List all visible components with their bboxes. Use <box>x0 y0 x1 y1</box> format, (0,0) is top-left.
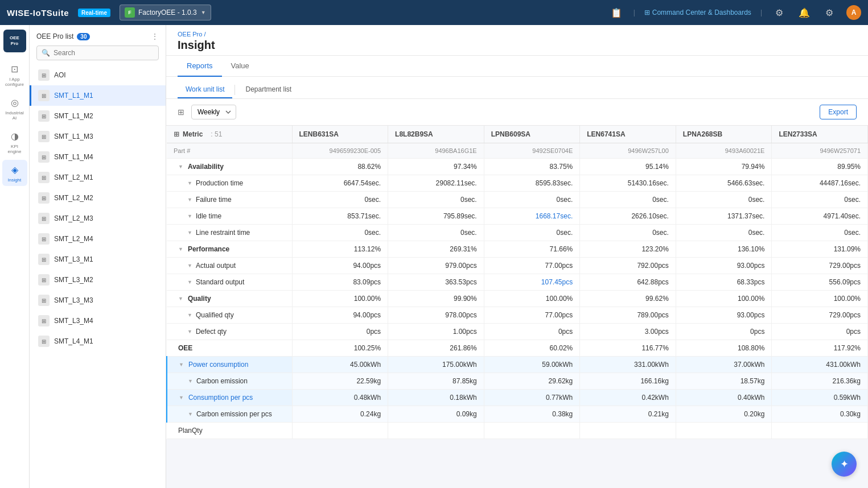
sub-tab-work-unit[interactable]: Work unit list <box>178 81 232 98</box>
search-input[interactable] <box>54 49 154 57</box>
expand-down-icon[interactable]: ▼ <box>178 164 183 169</box>
filter-bar: ⊞ Weekly Daily Monthly Export <box>166 99 868 126</box>
expand-down-icon[interactable]: ▼ <box>178 246 183 252</box>
list-item-smt_l2_m4[interactable]: ⊞ SMT_L2_M4 <box>30 229 166 249</box>
table-cell: 113.12% <box>292 241 388 258</box>
list-count-badge: 30 <box>77 33 90 40</box>
list-item-smt_l1_m4[interactable]: ⊞ SMT_L1_M4 <box>30 147 166 167</box>
table-cell: 89.95% <box>772 159 868 175</box>
breadcrumb-parent[interactable]: OEE Pro <box>178 31 202 38</box>
sidebar-item-industrial-ai[interactable]: ◎ IndustrialAI <box>2 93 27 124</box>
list-item-smt_l2_m2[interactable]: ⊞ SMT_L2_M2 <box>30 188 166 208</box>
list-items: ⊞ AOI ⊞ SMT_L1_M1 ⊞ SMT_L1_M2 ⊞ SMT_L1_M… <box>30 65 166 488</box>
list-item-icon: ⊞ <box>38 151 50 163</box>
metric-label: Availability <box>188 163 224 171</box>
bell-icon[interactable]: 🔔 <box>796 5 812 20</box>
table-cell: 0.30kg <box>772 406 868 423</box>
table-cell: 117.92% <box>772 340 868 357</box>
sidebar-item-kpi-engine[interactable]: ◑ KPIengine <box>2 126 27 158</box>
table-cell: 0sec. <box>772 225 868 241</box>
realtime-badge: Real-time <box>78 9 110 17</box>
part-value-4: 9493A60021E <box>676 143 772 159</box>
filter-icon-header[interactable]: ⊞ <box>174 130 179 138</box>
table-row: ▼ Power consumption 45.00kWh175.00kWh59.… <box>167 357 868 373</box>
table-cell: 93.00pcs <box>676 258 772 274</box>
top-header: WISE-IoTSuite Real-time F FactoryOEE - 1… <box>0 0 868 25</box>
list-item-smt_l3_m4[interactable]: ⊞ SMT_L3_M4 <box>30 311 166 331</box>
app-title: WISE-IoTSuite <box>7 8 69 18</box>
table-row: ▼ Consumption per pcs 0.48kWh0.18kWh0.77… <box>167 390 868 406</box>
breadcrumb: OEE Pro / <box>178 31 857 38</box>
list-item-smt_l1_m1[interactable]: ⊞ SMT_L1_M1 <box>30 85 166 106</box>
expand-down-icon[interactable]: ▼ <box>179 395 184 400</box>
list-item-icon: ⊞ <box>38 295 50 306</box>
sub-arrow: ▼ <box>187 279 192 285</box>
list-item-smt_l1_m3[interactable]: ⊞ SMT_L1_M3 <box>30 126 166 147</box>
table-row: ▼ Carbon emission 22.59kg87.85kg29.62kg1… <box>167 373 868 390</box>
list-item-icon: ⊞ <box>38 336 50 347</box>
data-table: ⊞ Metric : 51 LENB631SA L8L82B9SA LPNB60… <box>166 126 868 439</box>
table-cell: 0sec. <box>580 225 676 241</box>
table-cell: 0sec. <box>292 192 388 208</box>
list-item-smt_l4_m1[interactable]: ⊞ SMT_L4_M1 <box>30 331 166 351</box>
table-cell: 3.00pcs <box>580 324 676 340</box>
table-cell: 5466.63sec. <box>676 175 772 192</box>
table-cell: 0sec. <box>676 192 772 208</box>
list-item-smt_l3_m2[interactable]: ⊞ SMT_L3_M2 <box>30 270 166 290</box>
list-item-smt_l3_m3[interactable]: ⊞ SMT_L3_M3 <box>30 290 166 311</box>
page-header: OEE Pro / Insight <box>166 25 868 56</box>
list-item-smt_l3_m1[interactable]: ⊞ SMT_L3_M1 <box>30 249 166 270</box>
expand-down-icon[interactable]: ▼ <box>178 296 183 301</box>
config-icon[interactable]: ⚙ <box>821 5 837 20</box>
sub-arrow: ▼ <box>187 312 192 318</box>
list-item-aoi[interactable]: ⊞ AOI <box>30 65 166 85</box>
sidebar-item-insight[interactable]: ◈ Insight <box>2 160 27 186</box>
metric-name-cell: ▼ Line restraint time <box>167 225 292 241</box>
metric-name-cell: ▼ Standard output <box>167 274 292 291</box>
table-area[interactable]: ⊞ Metric : 51 LENB631SA L8L82B9SA LPNB60… <box>166 126 868 488</box>
table-cell <box>484 423 580 439</box>
table-cell: 1668.17sec. <box>484 208 580 225</box>
part-value-1: 9496BA16G1E <box>388 143 484 159</box>
table-row: ▼ Line restraint time 0sec.0sec.0sec.0se… <box>167 225 868 241</box>
table-cell: 0pcs <box>292 324 388 340</box>
sub-tab-department[interactable]: Department list <box>237 81 299 98</box>
table-cell: 44487.16sec. <box>772 175 868 192</box>
app-selector[interactable]: F FactoryOEE - 1.0.3 ▼ <box>120 5 211 20</box>
search-icon: 🔍 <box>42 49 50 57</box>
openai-bubble[interactable]: ✦ <box>832 452 857 477</box>
metric-label: PlanQty <box>178 427 203 435</box>
metric-label: Performance <box>188 245 229 253</box>
metric-name-cell: OEE <box>167 340 292 357</box>
list-menu-icon[interactable]: ⋮ <box>151 32 159 41</box>
sidebar-item-app-configure[interactable]: ⊡ I Appconfigure <box>2 59 27 90</box>
export-button[interactable]: Export <box>820 105 857 119</box>
list-item-label: SMT_L2_M2 <box>54 194 93 202</box>
table-cell: 556.09pcs <box>772 274 868 291</box>
oee-pro-logo[interactable]: OEEPro <box>3 30 26 52</box>
insight-icon: ◈ <box>9 163 21 176</box>
avatar[interactable]: A <box>846 5 861 20</box>
list-item-label: SMT_L3_M3 <box>54 296 93 304</box>
table-cell: 94.00pcs <box>292 258 388 274</box>
list-item-smt_l1_m2[interactable]: ⊞ SMT_L1_M2 <box>30 106 166 126</box>
expand-down-icon[interactable]: ▼ <box>179 362 184 367</box>
settings-icon[interactable]: ⚙ <box>771 5 787 20</box>
list-item-smt_l2_m1[interactable]: ⊞ SMT_L2_M1 <box>30 167 166 188</box>
table-cell: 29.62kg <box>484 373 580 390</box>
period-select[interactable]: Weekly Daily Monthly <box>191 105 236 119</box>
table-cell: 88.62% <box>292 159 388 175</box>
table-row: ▼ Performance 113.12%269.31%71.66%123.20… <box>167 241 868 258</box>
sub-arrow: ▼ <box>187 329 192 334</box>
command-center-link[interactable]: ⊞ Command Center & Dashboards <box>644 9 751 16</box>
list-item-icon: ⊞ <box>38 274 50 286</box>
tab-value[interactable]: Value <box>222 56 258 77</box>
chevron-down-icon: ▼ <box>201 10 206 15</box>
table-cell: 331.00kWh <box>580 357 676 373</box>
tab-reports[interactable]: Reports <box>178 56 222 77</box>
table-cell: 363.53pcs <box>388 274 484 291</box>
document-icon[interactable]: 📋 <box>608 5 624 20</box>
list-item-smt_l2_m3[interactable]: ⊞ SMT_L2_M3 <box>30 208 166 229</box>
filter-icon[interactable]: ⊞ <box>178 107 184 117</box>
sidebar-item-label-insight: Insight <box>8 177 22 183</box>
